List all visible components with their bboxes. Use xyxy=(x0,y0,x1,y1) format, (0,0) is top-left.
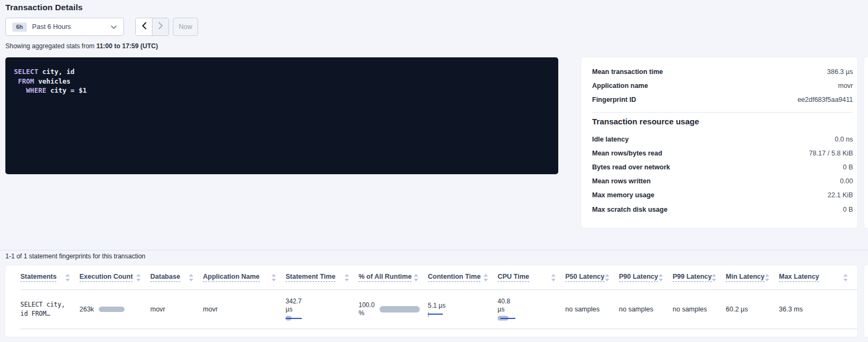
resource-usage-heading: Transaction resource usage xyxy=(592,117,853,126)
cpu-time-unit: µs xyxy=(498,306,517,314)
summary-divider xyxy=(592,112,853,113)
now-button[interactable]: Now xyxy=(173,18,198,36)
column-header-label[interactable]: Statements xyxy=(20,273,56,282)
resource-row: Max scratch disk usage 0 B xyxy=(592,203,853,217)
transaction-details-page: Transaction Details 6h Past 6 Hours Now … xyxy=(0,0,868,342)
resource-label: Max scratch disk usage xyxy=(592,206,667,213)
column-header-execution-count: Execution Count xyxy=(79,265,150,289)
prev-time-button[interactable] xyxy=(136,18,152,35)
sort-icon[interactable] xyxy=(843,274,848,281)
summary-row: Mean transaction time 386.3 µs xyxy=(592,65,853,79)
column-header-application-name: Application Name xyxy=(203,265,286,289)
application-name-cell: movr xyxy=(203,290,286,329)
column-header-label[interactable]: CPU Time xyxy=(498,273,529,282)
time-nav-group xyxy=(135,18,169,36)
summary-value: 386.3 µs xyxy=(827,68,853,76)
next-time-button[interactable] xyxy=(152,18,169,35)
resource-value: 78.17 / 5.8 KiB xyxy=(809,150,853,157)
column-header-contention-time: Contention Time xyxy=(428,265,498,289)
resource-value: 0 B xyxy=(843,206,853,213)
resource-value: 22.1 KiB xyxy=(828,191,853,199)
resource-value: 0.0 ns xyxy=(835,136,853,143)
column-header-label[interactable]: P90 Latency xyxy=(619,273,658,282)
summary-value: ee2df683f5aa9411 xyxy=(798,96,853,103)
column-header-label[interactable]: P50 Latency xyxy=(565,273,604,282)
database-cell: movr xyxy=(150,290,203,329)
time-range-dropdown[interactable]: 6h Past 6 Hours xyxy=(5,18,124,36)
offscreen-card-edge xyxy=(864,265,868,337)
resource-value: 0 B xyxy=(843,163,853,171)
sort-icon[interactable] xyxy=(136,274,141,281)
min-latency-cell: 60.2 µs xyxy=(726,290,779,329)
execution-count-bar xyxy=(99,307,125,312)
sql-keyword: SELECT xyxy=(14,68,38,76)
column-header-label[interactable]: Contention Time xyxy=(428,273,480,282)
resource-label: Idle latency xyxy=(592,136,629,143)
column-header-database: Database xyxy=(150,265,203,289)
sort-icon[interactable] xyxy=(659,274,663,281)
column-header-statements: Statements xyxy=(20,265,79,289)
sql-line: SELECT city, id xyxy=(14,67,550,77)
sort-icon[interactable] xyxy=(605,274,609,281)
column-header-label[interactable]: Application Name xyxy=(203,273,260,282)
fingerprint-count-text: 1-1 of 1 statement fingerprints for this… xyxy=(5,252,145,260)
statement-time-value: 342.7 xyxy=(286,298,305,306)
statement-time-bar-chart xyxy=(286,316,305,321)
column-header-label[interactable]: Statement Time xyxy=(286,273,335,282)
sort-icon[interactable] xyxy=(765,274,769,281)
runtime-pct-unit: % xyxy=(359,309,375,317)
column-header-label[interactable]: Database xyxy=(150,273,180,282)
resource-label: Mean rows/bytes read xyxy=(592,150,662,157)
p90-latency-cell: no samples xyxy=(619,290,673,329)
section-divider xyxy=(0,250,868,250)
contention-time-value: 5.1 µs xyxy=(428,302,447,310)
sort-icon[interactable] xyxy=(65,274,70,281)
sql-line: FROM vehicles xyxy=(14,77,550,86)
sort-icon[interactable] xyxy=(414,274,418,281)
column-header-runtime-pct: % of All Runtime xyxy=(359,265,428,289)
sql-line: WHERE city = $1 xyxy=(14,86,550,95)
column-header-label[interactable]: Execution Count xyxy=(79,273,133,282)
cpu-time-stack: 40.8 µs xyxy=(498,298,517,321)
summary-row: Fingerprint ID ee2df683f5aa9411 xyxy=(592,93,853,107)
chevron-left-icon xyxy=(142,22,147,32)
execution-count-cell: 263k xyxy=(79,290,150,329)
sql-text: city = $1 xyxy=(46,86,86,94)
statement-link[interactable]: SELECT city, id FROM… xyxy=(20,290,79,329)
column-header-min-latency: Min Latency xyxy=(726,265,779,289)
sort-icon[interactable] xyxy=(189,274,193,281)
sort-icon[interactable] xyxy=(712,274,716,281)
sort-icon[interactable] xyxy=(345,274,349,281)
column-header-label[interactable]: Min Latency xyxy=(726,273,764,282)
sql-keyword: FROM xyxy=(14,77,34,85)
column-header-p50-latency: P50 Latency xyxy=(565,265,619,289)
execution-count-value: 263k xyxy=(79,306,94,313)
column-header-label[interactable]: P99 Latency xyxy=(673,273,712,282)
sql-text: vehicles xyxy=(34,77,71,85)
resource-row: Mean rows written 0.00 xyxy=(592,174,853,188)
runtime-pct-bar xyxy=(380,306,420,313)
resource-label: Max memory usage xyxy=(592,191,654,199)
stddev-line xyxy=(428,314,443,315)
column-header-p90-latency: P90 Latency xyxy=(619,265,673,289)
sql-statement-box: SELECT city, id FROM vehicles WHERE city… xyxy=(5,57,558,174)
column-header-statement-time: Statement Time xyxy=(286,265,359,289)
sort-icon[interactable] xyxy=(484,274,488,281)
resource-row: Idle latency 0.0 ns xyxy=(592,132,853,146)
runtime-pct-value: 100.0 xyxy=(359,301,375,309)
column-header-label[interactable]: % of All Runtime xyxy=(359,273,412,282)
sort-icon[interactable] xyxy=(272,274,276,281)
time-range-label: Past 6 Hours xyxy=(32,23,111,31)
column-header-label[interactable]: Max Latency xyxy=(779,273,819,282)
resource-row: Max memory usage 22.1 KiB xyxy=(592,188,853,202)
runtime-pct-cell: 100.0 % xyxy=(359,290,428,329)
aggregated-stats-text: Showing aggregated stats from 11:00 to 1… xyxy=(5,42,158,50)
resource-row: Mean rows/bytes read 78.17 / 5.8 KiB xyxy=(592,146,853,160)
column-header-p99-latency: P99 Latency xyxy=(673,265,726,289)
chevron-down-icon xyxy=(111,22,117,32)
sort-icon[interactable] xyxy=(551,274,556,281)
p50-latency-cell: no samples xyxy=(565,290,619,329)
page-title: Transaction Details xyxy=(5,3,83,12)
statement-time-unit: µs xyxy=(286,306,305,314)
offscreen-card-edge xyxy=(864,57,868,228)
